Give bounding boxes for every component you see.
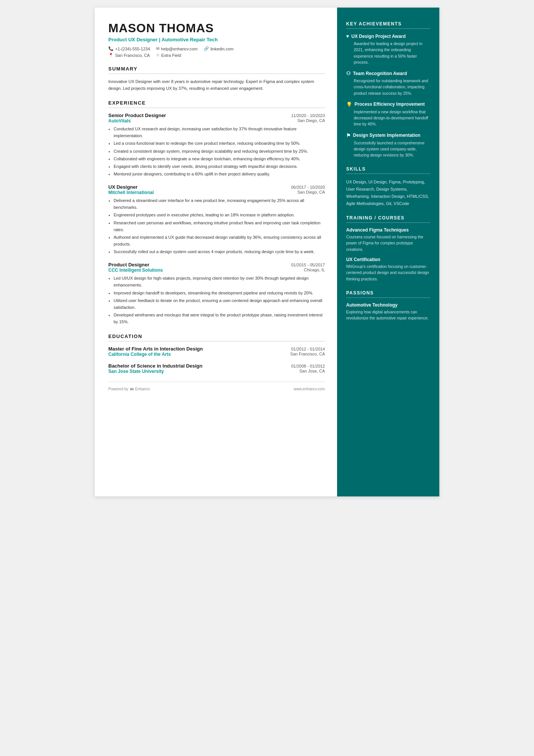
job-2-bullets: Delivered a streamlined user interface f… (108, 197, 325, 255)
job-3-header: Product Designer 01/2015 - 05/2017 (108, 262, 325, 268)
job-3: Product Designer 01/2015 - 05/2017 CCC I… (108, 262, 325, 325)
training-1-text: Coursera course focused on harnessing th… (346, 234, 430, 252)
job-3-company: CCC Intelligent Solutions (108, 268, 163, 273)
edu-1-location: San Francisco, CA (290, 352, 325, 357)
list-item: Engineered prototypes used in executive … (114, 211, 325, 218)
right-column: KEY ACHIEVEMENTS ♥ UX Design Project Awa… (337, 8, 439, 496)
email-icon: ✉ (156, 46, 159, 51)
list-item: Successfully rolled out a design system … (114, 248, 325, 255)
phone-icon: 📞 (108, 46, 114, 51)
summary-section: SUMMARY Innovative UX Designer with over… (108, 66, 325, 92)
job-1-dates: 11/2020 - 10/2023 (291, 113, 325, 118)
training-2-title: UX Certification (346, 257, 430, 262)
achievements-title: KEY ACHIEVEMENTS (346, 21, 430, 29)
edu-1-sub: California College of the Arts San Franc… (108, 352, 325, 357)
achievement-4-text: Successfully launched a comprehensive de… (346, 140, 430, 158)
job-1: Senior Product Designer 11/2020 - 10/202… (108, 113, 325, 177)
job-3-bullets: Led UI/UX design for high-stakes project… (108, 275, 325, 325)
job-2-company: Mitchell International (108, 190, 154, 195)
footer: Powered by ∞ Enhancv www.enhancv.com (108, 382, 325, 392)
job-1-bullets: Conducted UX research and design, increa… (108, 125, 325, 177)
training-1: Advanced Figma Techniques Coursera cours… (346, 227, 430, 252)
edu-2-location: San Jose, CA (300, 369, 325, 374)
left-column: MASON THOMAS Product UX Designer | Autom… (95, 8, 337, 496)
achievement-4-title: ⚑ Design System Implementation (346, 133, 430, 138)
achievement-2: ⚇ Team Recognition Award Recognized for … (346, 70, 430, 96)
edu-1: Master of Fine Arts in Interaction Desig… (108, 346, 325, 357)
edu-2-header: Bachelor of Science in Industrial Design… (108, 363, 325, 369)
passion-1-title: Automotive Technology (346, 302, 430, 308)
bulb-icon: 💡 (346, 102, 352, 107)
brand-name: Enhancv (135, 387, 150, 391)
location-icon: 📍 (108, 53, 114, 58)
edu-1-degree: Master of Fine Arts in Interaction Desig… (108, 346, 203, 352)
flag-icon: ⚑ (346, 133, 351, 138)
footer-brand: Powered by ∞ Enhancv (108, 386, 150, 392)
training-1-title: Advanced Figma Techniques (346, 227, 430, 233)
list-item: Improved design handoff to developers, s… (114, 290, 325, 296)
summary-text: Innovative UX Designer with over 8 years… (108, 78, 325, 92)
contact-row: 📞 +1-(234)-555-1234 ✉ help@enhancv.com 🔗… (108, 46, 325, 51)
passion-1-text: Exploring how digital advancements can r… (346, 309, 430, 321)
job-2-dates: 06/2017 - 10/2020 (291, 185, 325, 189)
experience-title: EXPERIENCE (108, 100, 325, 108)
edu-2-dates: 01/2008 - 01/2012 (291, 364, 325, 368)
passions-section: PASSIONS Automotive Technology Exploring… (346, 290, 430, 321)
list-item: Engaged with clients to identify user ne… (114, 163, 325, 170)
achievement-1-text: Awarded for leading a design project in … (346, 41, 430, 65)
training-title: TRAINING / COURSES (346, 215, 430, 223)
achievement-1: ♥ UX Design Project Award Awarded for le… (346, 33, 430, 65)
edu-1-school: California College of the Arts (108, 352, 171, 357)
city-contact: 📍 San Francisco, CA (108, 53, 150, 58)
heart-icon: ♥ (346, 33, 349, 39)
job-2-location: San Diego, CA (297, 190, 325, 195)
summary-title: SUMMARY (108, 66, 325, 74)
people-icon: ⚇ (346, 70, 351, 76)
list-item: Researched user personas and workflows, … (114, 219, 325, 233)
list-item: Conducted UX research and design, increa… (114, 125, 325, 139)
job-3-title: Product Designer (108, 262, 149, 268)
edu-1-header: Master of Fine Arts in Interaction Desig… (108, 346, 325, 352)
job-1-title: Senior Product Designer (108, 113, 166, 118)
job-1-location: San Diego, CA (297, 118, 325, 124)
education-section: EDUCATION Master of Fine Arts in Interac… (108, 333, 325, 374)
job-3-sub: CCC Intelligent Solutions Chicago, IL (108, 268, 325, 273)
experience-section: EXPERIENCE Senior Product Designer 11/20… (108, 100, 325, 325)
achievement-3-title: 💡 Process Efficiency Improvement (346, 102, 430, 107)
passion-1: Automotive Technology Exploring how digi… (346, 302, 430, 321)
training-section: TRAINING / COURSES Advanced Figma Techni… (346, 215, 430, 282)
star-icon: ☆ (156, 53, 160, 58)
list-item: Delivered a streamlined user interface f… (114, 197, 325, 211)
list-item: Led a cross-functional team to redesign … (114, 140, 325, 147)
edu-2-degree: Bachelor of Science in Industrial Design (108, 363, 203, 369)
phone-value: +1-(234)-555-1234 (115, 47, 150, 51)
achievement-2-text: Recognized for outstanding teamwork and … (346, 78, 430, 96)
edu-1-dates: 01/2012 - 01/2014 (291, 347, 325, 351)
extra-contact: ☆ Extra Field (156, 53, 181, 58)
skills-text: UX Design, UI Design, Figma, Prototyping… (346, 178, 430, 207)
list-item: Led UI/UX design for high-stakes project… (114, 275, 325, 288)
list-item: Created a consistent design system, impr… (114, 148, 325, 155)
achievement-3-text: Implemented a new design workflow that d… (346, 109, 430, 127)
job-3-dates: 01/2015 - 05/2017 (291, 263, 325, 267)
achievements-section: KEY ACHIEVEMENTS ♥ UX Design Project Awa… (346, 21, 430, 158)
job-1-header: Senior Product Designer 11/2020 - 10/202… (108, 113, 325, 118)
header: MASON THOMAS Product UX Designer | Autom… (108, 21, 325, 58)
training-2: UX Certification NNGroup's certification… (346, 257, 430, 282)
candidate-name: MASON THOMAS (108, 21, 325, 35)
linkedin-value: linkedin.com (211, 47, 234, 51)
enhancv-logo-icon: ∞ (130, 386, 134, 392)
job-1-company: AutoVitals (108, 118, 131, 124)
email-contact: ✉ help@enhancv.com (156, 46, 198, 51)
list-item: Utilized user feedback to iterate on the… (114, 297, 325, 311)
linkedin-contact: 🔗 linkedin.com (204, 46, 234, 51)
achievement-4: ⚑ Design System Implementation Successfu… (346, 133, 430, 158)
achievement-1-title: ♥ UX Design Project Award (346, 33, 430, 39)
location-row: 📍 San Francisco, CA ☆ Extra Field (108, 53, 325, 58)
list-item: Authored and implemented a UX guide that… (114, 234, 325, 247)
edu-2-school: San Jose State University (108, 369, 164, 374)
skills-section: SKILLS UX Design, UI Design, Figma, Prot… (346, 166, 430, 207)
list-item: Mentored junior designers, contributing … (114, 171, 325, 177)
job-3-location: Chicago, IL (304, 268, 325, 273)
linkedin-icon: 🔗 (204, 46, 209, 51)
